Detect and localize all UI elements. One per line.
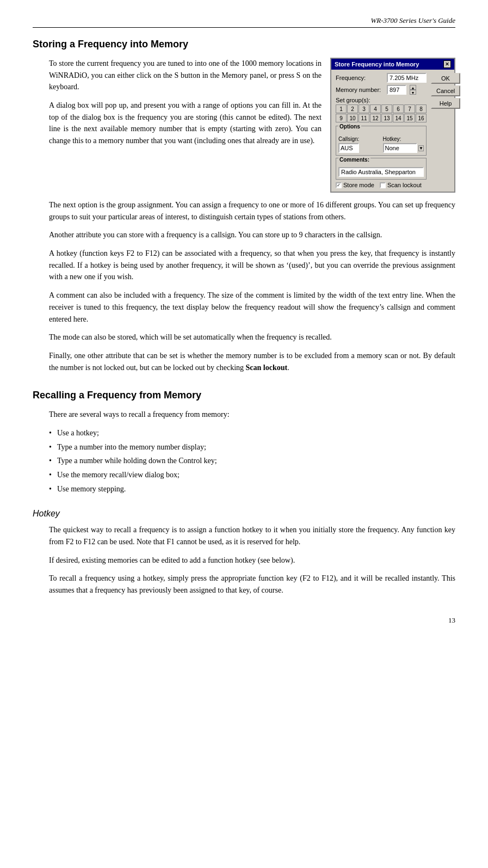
group-cell-12[interactable]: 12 [370, 114, 381, 122]
page-header: WR-3700 Series User's Guide [33, 16, 455, 28]
recall-methods-list: Use a hotkey;Type a number into the memo… [33, 427, 455, 495]
hotkey-label: Hotkey: [383, 136, 424, 142]
scan-lockout-cb[interactable] [380, 182, 386, 188]
options-box: Options Callsign: AUS Hotkey: [336, 126, 427, 156]
header-title: WR-3700 Series User's Guide [370, 16, 455, 24]
group-cell-16[interactable]: 16 [416, 114, 427, 122]
para-7: The mode can also be stored, which will … [49, 331, 455, 343]
section2-intro: There are several ways to recall a frequ… [49, 409, 455, 421]
callsign-col: Callsign: AUS [338, 136, 380, 153]
hotkey-col: Hotkey: None ▼ [383, 136, 424, 153]
group-cell-14[interactable]: 14 [393, 114, 404, 122]
group-cell-15[interactable]: 15 [404, 114, 415, 122]
para-8: Finally, one other attribute that can be… [49, 350, 455, 373]
group-cell-1[interactable]: 1 [336, 104, 347, 113]
recall-item-0: Use a hotkey; [49, 427, 455, 439]
dialog-fields: Frequency: 7.205 MHz Memory number: 897 [336, 73, 427, 188]
memory-label: Memory number: [336, 87, 385, 93]
group-cell-5[interactable]: 5 [381, 104, 392, 113]
callsign-select[interactable]: AUS [338, 143, 359, 153]
group-cell-13[interactable]: 13 [381, 114, 392, 122]
memory-down-arrow[interactable]: ▼ [410, 90, 416, 95]
comments-input[interactable]: Radio Australia, Shepparton [338, 167, 424, 177]
recall-item-3: Use the memory recall/view dialog box; [49, 469, 455, 481]
section1-title: Storing a Frequency into Memory [33, 39, 455, 50]
section3-title: Hotkey [33, 509, 455, 519]
group-cell-8[interactable]: 8 [416, 104, 427, 113]
memory-number-row: Memory number: 897 ▲ ▼ [336, 85, 427, 95]
group-cell-2[interactable]: 2 [347, 104, 358, 113]
group-cell-11[interactable]: 11 [359, 114, 369, 122]
frequency-label: Frequency: [336, 75, 385, 81]
set-group-label: Set group(s): [336, 97, 427, 103]
group-cell-6[interactable]: 6 [393, 104, 404, 113]
group-cell-9[interactable]: 9 [336, 114, 347, 122]
cancel-button[interactable]: Cancel [431, 85, 460, 96]
para-3: The next option is the group assignment.… [49, 199, 455, 223]
frequency-input: 7.205 MHz [387, 73, 427, 83]
options-label: Options [338, 124, 361, 130]
store-mode-cb[interactable] [336, 182, 342, 188]
ok-button[interactable]: OK [431, 73, 460, 84]
hotkey-para-2: If desired, existing memories can be edi… [49, 555, 455, 567]
dialog-titlebar: Store Frequency into Memory ✕ [331, 59, 454, 70]
scan-lockout-label: Scan lockout [387, 182, 422, 188]
content-with-dialog: To store the current frequency you are t… [33, 58, 455, 193]
recall-item-1: Type a number into the memory number dis… [49, 441, 455, 453]
comments-label: Comments: [338, 157, 370, 163]
help-button[interactable]: Help [431, 98, 460, 109]
recall-item-2: Type a number while holding down the Con… [49, 455, 455, 467]
options-row: Callsign: AUS Hotkey: None [338, 136, 424, 153]
dialog-main-row: Frequency: 7.205 MHz Memory number: 897 [336, 73, 450, 188]
dialog-content: Frequency: 7.205 MHz Memory number: 897 [331, 70, 454, 192]
dialog-close-button[interactable]: ✕ [443, 60, 451, 68]
checkbox-row: Store mode Scan lockout [336, 182, 427, 188]
hotkey-dropdown-arrow[interactable]: ▼ [418, 145, 424, 151]
para-5: A hotkey (function keys F2 to F12) can b… [49, 248, 455, 283]
hotkey-para-1: The quickest way to recall a frequency i… [49, 524, 455, 547]
memory-input[interactable]: 897 [387, 85, 406, 95]
callsign-label: Callsign: [338, 136, 380, 142]
recall-item-4: Use memory stepping. [49, 483, 455, 495]
group-cell-7[interactable]: 7 [404, 104, 415, 113]
comments-box: Comments: Radio Australia, Shepparton [336, 158, 427, 180]
para-6: A comment can also be included with a fr… [49, 290, 455, 325]
para-2: A dialog box will pop up, and present yo… [49, 100, 322, 147]
dialog-title: Store Frequency into Memory [335, 61, 419, 67]
hotkey-para-3: To recall a frequency using a hotkey, si… [49, 572, 455, 596]
scan-lockout-checkbox[interactable]: Scan lockout [380, 182, 422, 188]
frequency-row: Frequency: 7.205 MHz [336, 73, 427, 83]
store-frequency-dialog: Store Frequency into Memory ✕ Frequency:… [330, 58, 455, 193]
hotkey-select[interactable]: None [383, 143, 417, 153]
dialog-buttons-col: OK Cancel Help [431, 73, 460, 188]
content-left: To store the current frequency you are t… [33, 58, 322, 193]
para-4: Another attribute you can store with a f… [49, 229, 455, 241]
store-mode-label: Store mode [343, 182, 374, 188]
page-number: 13 [448, 616, 455, 625]
group-cell-4[interactable]: 4 [370, 104, 381, 113]
groups-grid: 12345678910111213141516 [336, 104, 427, 122]
store-mode-checkbox[interactable]: Store mode [336, 182, 374, 188]
para-1: To store the current frequency you are t… [49, 58, 322, 93]
group-cell-3[interactable]: 3 [359, 104, 369, 113]
section2-title: Recalling a Frequency from Memory [33, 390, 455, 401]
group-cell-10[interactable]: 10 [347, 114, 358, 122]
memory-up-arrow[interactable]: ▲ [410, 85, 416, 90]
